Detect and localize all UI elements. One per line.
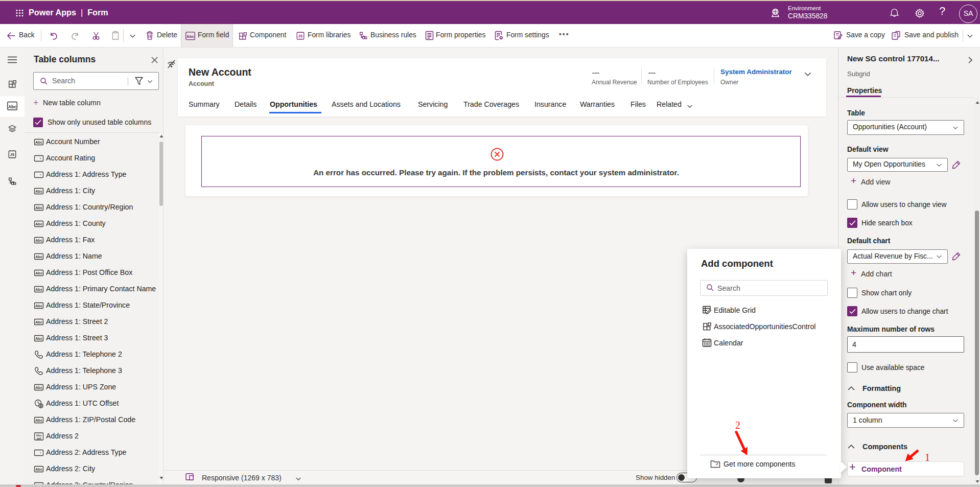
svg-text:Abc: Abc	[186, 34, 195, 39]
svg-text:Abc: Abc	[8, 104, 16, 109]
